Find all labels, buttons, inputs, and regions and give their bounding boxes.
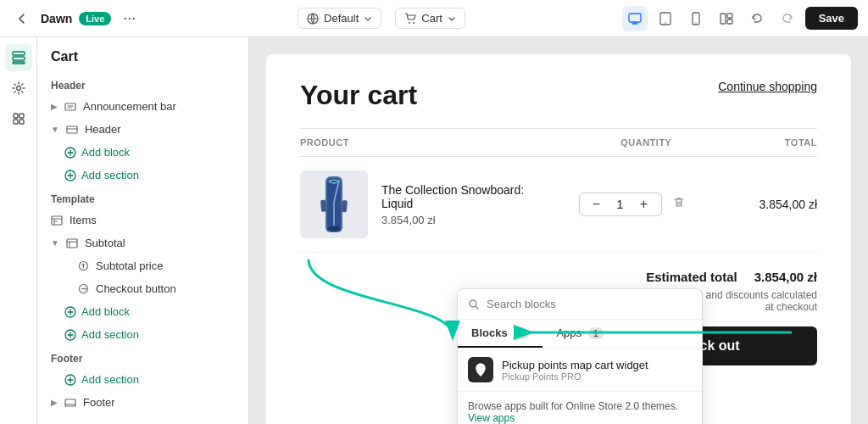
chevron-down-icon [448,14,456,23]
plus-circle-icon [64,170,76,181]
estimated-value: 3.854,00 zł [754,270,817,284]
mobile-icon [692,12,700,25]
canvas: Your cart Continue shopping PRODUCT QUAN… [249,37,868,424]
qty-decrease-button[interactable]: − [588,197,605,212]
delete-item-button[interactable] [672,196,686,213]
map-pin-icon [473,362,488,377]
svg-rect-23 [52,216,62,225]
expand-icon: ▶ [51,102,58,111]
plus-circle-icon [64,329,76,341]
redo-icon [781,13,794,25]
svg-point-2 [413,22,415,24]
blocks-icon[interactable] [5,105,32,132]
cart-icon [404,13,416,25]
main-layout: Cart Header ▶ Announcement bar ▼ Header … [0,37,868,424]
svg-rect-30 [65,399,75,406]
trash-icon [672,196,686,209]
sidebar-item-footer[interactable]: ▶ Footer [37,391,248,414]
chevron-down-icon [364,14,372,23]
save-button[interactable]: Save [805,7,858,30]
add-section-1-button[interactable]: Add section [37,164,248,187]
footer-label: Footer [83,396,115,409]
add-block-1-button[interactable]: Add block [37,141,248,164]
estimated-label: Estimated total [646,270,737,284]
search-input[interactable] [487,298,692,310]
svg-rect-10 [727,20,732,24]
row-total: 3.854,00 zł [715,198,817,211]
popup-search-area [458,289,702,320]
quantity-control[interactable]: − 1 + [579,192,662,216]
sidebar-item-items[interactable]: Items [37,209,248,232]
cart-row: The Collection Snowboard: Liquid 3.854,0… [300,157,817,253]
sidebar-item-announcement[interactable]: ▶ Announcement bar [37,95,248,118]
more-button[interactable]: ··· [118,6,141,31]
footer-icon [64,397,76,409]
product-name: The Collection Snowboard: Liquid [381,183,548,210]
collapse-icon: ▼ [51,125,59,134]
store-name: Dawn [41,12,72,25]
total-column-header: TOTAL [715,137,817,148]
cart-dropdown[interactable]: Cart [395,8,465,29]
svg-point-5 [665,22,666,24]
sidebar: Cart Header ▶ Announcement bar ▼ Header … [37,37,249,424]
add-block-2-button[interactable]: Add block [37,300,248,323]
mobile-view-button[interactable] [683,6,709,31]
plus-circle-icon [64,374,76,386]
announcement-icon [64,101,76,113]
layout-button[interactable] [714,6,739,31]
puzzle-icon [11,111,26,126]
undo-button[interactable] [744,6,770,31]
sidebar-title: Cart [51,49,235,64]
desktop-view-button[interactable] [622,6,648,31]
blocks-tab[interactable]: Blocks 0 [458,320,542,348]
qty-value: 1 [612,198,629,211]
layout-icon [720,13,733,25]
left-strip [0,37,37,424]
svg-rect-11 [13,52,25,55]
add-section-2-button[interactable]: Add section [37,323,248,346]
svg-point-1 [409,22,410,24]
footer-section-label: Footer [37,346,248,368]
estimated-total: Estimated total 3.854,00 zł [646,270,817,284]
popup-tabs: Blocks 0 Apps 1 [458,320,702,349]
add-section-3-button[interactable]: Add section [37,368,248,391]
items-label: Items [70,214,97,226]
settings-icon[interactable] [5,75,32,102]
svg-point-33 [327,226,341,232]
collapse-icon: ▼ [51,238,59,248]
theme-dropdown[interactable]: Default [298,8,381,29]
popup-item-sub: Pickup Points PRO [502,371,648,382]
product-thumbnail [300,170,368,238]
view-apps-link[interactable]: View apps [468,412,515,424]
product-price: 3.854,00 zł [381,214,548,226]
svg-rect-35 [342,200,348,212]
sidebar-item-checkout-button[interactable]: Checkout button [37,277,248,300]
sidebar-item-subtotal-price[interactable]: Subtotal price [37,254,248,277]
sidebar-item-subtotal[interactable]: ▼ Subtotal [37,232,248,254]
header-label: Header [85,123,121,136]
svg-rect-17 [14,120,18,124]
popup-item-pickup[interactable]: Pickup points map cart widget Pickup Poi… [458,349,702,391]
svg-rect-8 [721,14,726,24]
price-icon [78,260,89,271]
popup-item-name: Pickup points map cart widget [502,359,648,371]
svg-point-14 [16,86,20,91]
tablet-view-button[interactable] [653,6,678,31]
sections-icon[interactable] [5,44,32,71]
subtotal-icon [66,237,78,249]
continue-shopping-link[interactable]: Continue shopping [718,80,817,93]
svg-rect-16 [19,114,24,118]
sidebar-item-header[interactable]: ▼ Header [37,118,248,141]
announcement-label: Announcement bar [83,100,176,113]
apps-tab[interactable]: Apps 1 [542,320,616,348]
pickup-app-icon [468,357,493,382]
qty-increase-button[interactable]: + [636,197,653,212]
redo-button[interactable] [775,6,800,31]
live-badge: Live [79,12,111,25]
subtotal-label: Subtotal [85,237,125,249]
plus-circle-icon [64,306,76,318]
back-button[interactable] [10,7,34,31]
items-icon [51,215,63,226]
topbar: Dawn Live ··· Default Cart [0,0,868,37]
svg-rect-34 [320,199,326,211]
